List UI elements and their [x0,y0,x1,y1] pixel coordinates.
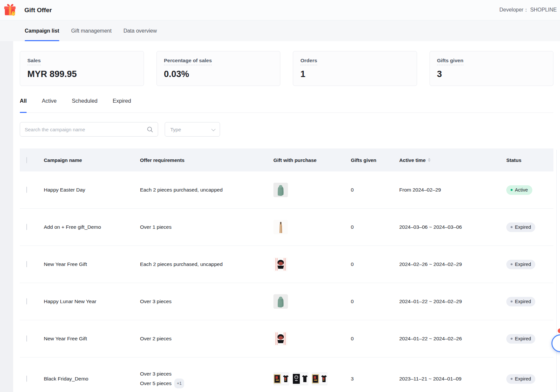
active-time: 2024–02–26 ~ 2024–02–29 [399,261,506,267]
status-badge: Expired [506,222,535,232]
row-checkbox[interactable] [26,335,27,342]
gift-with-purchase [273,220,351,234]
status-filter-tabs: AllActiveScheduledExpired [20,98,553,113]
requirement-text: Over 3 pieces [140,299,172,304]
column-campaign-name: Campaign name [44,157,140,163]
cell-checkbox [26,187,44,193]
nav-tabs: Campaign listGift managementData overvie… [0,20,560,41]
status-dot-icon [511,301,513,302]
status-cell: Active [506,185,547,195]
chevron-down-icon [211,127,216,131]
status-label: Expired [515,376,531,381]
column-status: Status [506,157,547,163]
requirement-text: Over 2 pieces [140,336,172,341]
more-requirements-badge[interactable]: +1 [174,379,184,388]
search-box[interactable] [20,122,158,137]
campaign-name: Happy Easter Day [44,187,140,193]
status-badge: Expired [506,374,535,384]
status-cell: Expired [506,297,547,306]
gifts-given-value: 0 [351,261,354,267]
offer-requirements: Over 1 pieces [140,222,273,232]
stats-cards: SalesMYR 899.95Percentage of sales0.03%O… [20,41,553,86]
active-time-text: 2024–01–22 ~ 2024–02–29 [399,299,462,304]
stat-card-orders: Orders1 [293,51,417,86]
status-label: Expired [515,224,531,230]
stat-label-text: Gifts given [437,58,463,65]
campaign-name-text: Add on + Free gift_Demo [44,224,101,230]
stat-label: Percentage of sales [164,58,273,65]
gifts-given-count: 0 [351,187,399,193]
campaign-name: Happy Lunar New Year [44,299,140,304]
developer-info: Developer： SHOPLINE [499,7,557,13]
campaign-name: Black Friday_Demo [44,376,140,382]
green-scarf-icon [273,294,288,309]
active-time-text: 2024–02–26 ~ 2024–02–29 [399,261,462,267]
blush-compact-icon [273,257,288,272]
campaign-name: New Year Free Gift [44,261,140,267]
status-dot-icon [511,226,513,228]
gift-offer-logo-icon [3,3,17,17]
column-gift-with-purchase: Gift with purchase [273,157,351,163]
filter-tab-active[interactable]: Active [42,98,57,113]
active-time: 2023–11–21 ~ 2024–01–09 [399,376,506,382]
status-cell: Expired [506,374,547,384]
status-badge: Expired [506,297,535,306]
status-badge: Active [506,185,532,195]
row-checkbox[interactable] [26,187,27,193]
gifts-given-count: 3 [351,376,399,382]
tab-gift-management[interactable]: Gift management [71,20,112,41]
sort-icon[interactable] [428,158,431,162]
stat-value: 3 [437,69,546,79]
notification-dot [558,328,560,333]
row-checkbox[interactable] [26,224,27,230]
tab-campaign-list[interactable]: Campaign list [25,20,59,41]
filter-tab-expired[interactable]: Expired [113,98,131,113]
row-checkbox[interactable] [26,376,27,382]
page-title: Gift Offer [24,7,52,14]
gift-with-purchase [273,331,351,346]
row-checkbox[interactable] [26,261,27,267]
filter-tab-scheduled[interactable]: Scheduled [72,98,98,113]
stat-label: Gifts given [437,58,546,65]
gifts-given-value: 0 [351,187,354,193]
requirement-line: Each 2 pieces purchased, uncapped [140,185,273,195]
stat-label: Sales [27,58,136,65]
cell-checkbox [26,261,44,267]
status-cell: Expired [506,260,547,269]
blackfriday-skull-tee-icon [293,372,308,385]
gift-with-purchase [273,183,351,197]
stat-label-text: Orders [300,58,317,65]
requirement-text: Over 3 pieces [140,371,172,377]
table-row: Add on + Free gift_DemoOver 1 pieces 020… [20,209,553,246]
stat-label-text: Sales [27,58,41,65]
search-input[interactable] [25,127,147,132]
requirement-line: Over 3 pieces [140,369,273,379]
main-content: SalesMYR 899.95Percentage of sales0.03%O… [13,41,560,392]
status-badge: Expired [506,260,535,269]
requirement-text: Each 2 pieces purchased, uncapped [140,187,223,193]
stat-card-gifts-given: Gifts given3 [430,51,554,86]
tab-data-overview[interactable]: Data overview [124,20,157,41]
column-active-time[interactable]: Active time [399,157,506,163]
stat-card-sales: SalesMYR 899.95 [20,51,144,86]
column-offer-requirements: Offer requirements [140,157,273,163]
gifts-given-count: 0 [351,261,399,267]
gift-with-purchase [273,294,351,309]
status-dot-icon [511,263,513,265]
table-row: Happy Lunar New YearOver 3 pieces 02024–… [20,283,553,320]
campaign-name-text: Black Friday_Demo [44,376,88,381]
gift-with-purchase [273,257,351,272]
offer-requirements: Each 2 pieces purchased, uncapped [140,185,273,195]
filter-tab-all[interactable]: All [20,98,27,113]
row-checkbox[interactable] [26,298,27,304]
filter-row: Type [20,122,553,137]
offer-requirements: Over 2 pieces [140,334,273,343]
status-label: Active [515,187,528,193]
active-time: 2024–01–22 ~ 2024–02–29 [399,299,506,304]
offer-requirements: Over 3 pieces [140,297,273,306]
table-row: Black Friday_DemoOver 3 piecesOver 5 pie… [20,357,553,392]
active-time-text: 2024–01–22 ~ 2024–02–26 [399,336,462,341]
select-all-checkbox[interactable] [26,157,27,163]
active-time: From 2024–02–29 [399,187,506,193]
type-dropdown[interactable]: Type [165,122,220,137]
